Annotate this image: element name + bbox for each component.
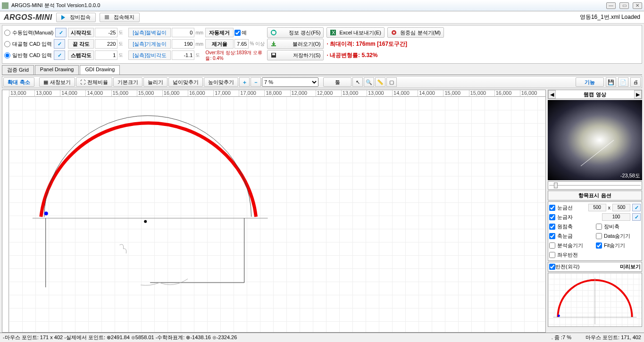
anal-hide-check[interactable]	[549, 242, 555, 249]
over-info-2: 율: 0.4%	[205, 56, 266, 61]
print-icon-button[interactable]: 🖨	[630, 77, 641, 87]
excel-button[interactable]: XExcel 내보내기(E)	[326, 27, 385, 38]
start-angle-value[interactable]: -25	[95, 28, 117, 37]
webcam-prev[interactable]: ◀	[548, 90, 556, 99]
ruler-tool[interactable]: 📏	[375, 77, 385, 87]
svg-point-4	[393, 32, 395, 33]
save-button[interactable]: 저장하기(S)	[267, 50, 324, 60]
logo: ARGOS-MINI	[4, 13, 52, 22]
fit-height-button[interactable]: 높이맞추기	[204, 77, 238, 87]
save-icon	[270, 52, 277, 58]
disconnect-button[interactable]: 접속해지	[100, 13, 140, 22]
maximize-button[interactable]: ▭	[619, 2, 629, 9]
webcam-angle: -23,58도	[620, 172, 640, 179]
manual-check[interactable]: ✓	[55, 28, 67, 37]
removal-rate-label: 제거율	[205, 39, 234, 49]
ruler-vertical	[2, 97, 9, 332]
zoom-select[interactable]: 7 %	[262, 77, 318, 87]
normal-radio[interactable]	[4, 52, 10, 58]
new-window-button[interactable]: ▦ 새창보기	[39, 77, 75, 87]
app-icon	[2, 2, 8, 9]
fit-hide-check[interactable]	[596, 242, 602, 249]
refresh-button[interactable]: 정보 갱신(F5)	[267, 27, 324, 38]
rect-tool[interactable]: ▢	[386, 77, 397, 87]
tab-panel[interactable]: Panel Drawing	[35, 65, 79, 75]
step-angle-value[interactable]: 1	[95, 50, 117, 60]
deform-info: · 내공변형률: 5.32%	[326, 51, 377, 59]
orig-axis-check[interactable]	[549, 224, 555, 230]
grid-apply[interactable]: ✓	[632, 204, 641, 211]
svg-point-17	[558, 315, 560, 317]
over-info-1: Over:8개 정상:1839개 오류	[205, 50, 266, 56]
tool-label: 툴	[323, 77, 351, 87]
default-size-button[interactable]: 기본크기	[113, 77, 142, 87]
max-gap-info: · 최대이격: 176mm [167도구간]	[326, 40, 407, 48]
normal-check[interactable]: ✓	[54, 50, 65, 60]
start-angle-label: 시작각도	[68, 28, 94, 37]
doc-icon-button[interactable]: 📄	[618, 77, 628, 87]
connect-button[interactable]: 장비접속	[56, 13, 96, 22]
target-icon	[391, 29, 397, 36]
mirror-check[interactable]	[549, 252, 555, 258]
webcam-title: 웹캡 영상	[556, 91, 634, 98]
download-icon	[270, 41, 277, 47]
skeleton-check[interactable]: ✓	[54, 39, 65, 49]
floppy-icon-button[interactable]: 💾	[606, 77, 616, 87]
preview-canvas[interactable]	[548, 273, 642, 327]
equip-axis-check[interactable]	[596, 224, 602, 230]
svg-point-13	[144, 220, 147, 223]
auto-remove-check[interactable]	[234, 30, 241, 36]
svg-rect-5	[271, 45, 276, 46]
webcam-next[interactable]: ▶	[634, 90, 642, 99]
refresh-icon	[270, 29, 277, 36]
fit-width-button[interactable]: 넓이맞추기	[168, 77, 203, 87]
webcam-view: -23,58도	[548, 100, 642, 180]
wall-length-label: [실측]절벽길이	[128, 28, 171, 37]
invert-check[interactable]	[549, 264, 555, 270]
stop-icon	[105, 15, 109, 19]
skeleton-radio[interactable]	[4, 41, 10, 47]
display-opts-title: 항목표시 옵션	[548, 191, 642, 200]
status-left: -마우스 포인트: 171 x 402 -실제에서 포인트: ⊗2491.84 …	[3, 334, 237, 341]
ruler-horizontal: 13,00013,00014,00014,00015,00015,00016,0…	[9, 90, 545, 97]
load-button[interactable]: 불러오기(O)	[267, 39, 324, 49]
plus-button[interactable]: ＋	[239, 77, 250, 87]
removal-rate-value[interactable]: 7.65	[234, 39, 249, 49]
function-button[interactable]: 기능	[576, 77, 604, 87]
axis-grid-check[interactable]	[549, 233, 555, 239]
analyze-button[interactable]: 원중심 분석기(M)	[387, 27, 444, 38]
svg-text:X: X	[332, 30, 335, 35]
wall-length-value[interactable]: 0	[172, 28, 194, 37]
webcam-line	[548, 100, 644, 171]
excel-icon: X	[330, 29, 336, 36]
status-zoom: . 줌 :7 %	[552, 334, 571, 341]
ruler-apply[interactable]: ✓	[632, 213, 641, 221]
drawing-canvas[interactable]: 13,00013,00014,00014,00015,00015,00016,0…	[2, 90, 546, 333]
status-mouse: 마우스 포인트: 171, 402	[585, 334, 641, 341]
minus-button[interactable]: －	[251, 77, 261, 87]
zoom-in-button[interactable]: 확대 축소	[3, 77, 34, 87]
loaded-status: 영동16_1번.xml Loaded	[580, 13, 640, 21]
fit-all-button[interactable]: ⛶ 전체비율	[76, 77, 112, 87]
magnify-tool[interactable]: 🔍	[364, 77, 374, 87]
svg-rect-7	[272, 53, 275, 55]
svg-point-12	[44, 212, 48, 216]
end-angle-label: 끝 각도	[68, 39, 94, 49]
ruler-check[interactable]	[549, 214, 555, 220]
minimize-button[interactable]: —	[606, 2, 616, 9]
machine-height-label: [실측]기계높이	[128, 39, 171, 49]
play-icon	[61, 15, 65, 20]
end-angle-value[interactable]: 220	[95, 39, 117, 49]
machine-height-value[interactable]: 190	[172, 39, 194, 49]
tab-grid[interactable]: 검증 Grid	[2, 65, 34, 75]
data-hide-check[interactable]	[596, 233, 602, 239]
widen-button[interactable]: 늘리기	[143, 77, 167, 87]
tab-gdi[interactable]: GDI Drawing	[80, 65, 120, 75]
manual-radio[interactable]	[4, 30, 10, 36]
pointer-tool[interactable]: ↖	[352, 77, 363, 87]
close-button[interactable]: ✕	[633, 2, 642, 9]
equip-angle-value[interactable]: -1.1	[172, 50, 194, 60]
webcam-slider[interactable]	[548, 181, 642, 190]
grid-check[interactable]	[549, 205, 555, 211]
equip-angle-label: [실측]장비각도	[128, 50, 171, 60]
